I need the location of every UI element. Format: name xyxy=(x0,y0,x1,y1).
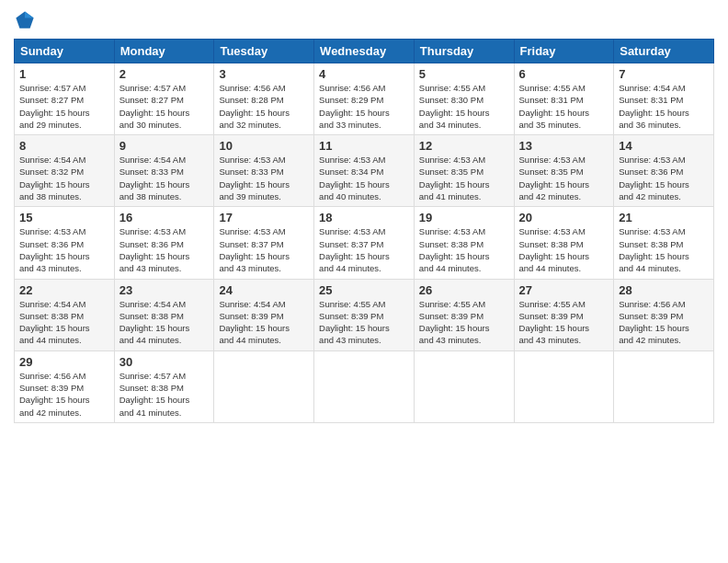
week-row-3: 15 Sunrise: 4:53 AM Sunset: 8:36 PM Dayl… xyxy=(15,207,714,279)
day-number: 20 xyxy=(519,211,609,224)
day-cell: 10 Sunrise: 4:53 AM Sunset: 8:33 PM Dayl… xyxy=(214,135,314,207)
day-info: Sunrise: 4:55 AM Sunset: 8:39 PM Dayligh… xyxy=(519,298,609,347)
day-cell: 18 Sunrise: 4:53 AM Sunset: 8:37 PM Dayl… xyxy=(314,207,415,279)
logo-icon xyxy=(14,9,36,31)
day-info: Sunrise: 4:53 AM Sunset: 8:38 PM Dayligh… xyxy=(619,225,709,274)
day-number: 21 xyxy=(619,211,709,224)
day-number: 19 xyxy=(419,211,509,224)
day-number: 30 xyxy=(119,355,210,369)
day-number: 28 xyxy=(619,283,709,297)
day-info: Sunrise: 4:53 AM Sunset: 8:36 PM Dayligh… xyxy=(619,154,709,202)
day-info: Sunrise: 4:54 AM Sunset: 8:33 PM Dayligh… xyxy=(119,154,210,202)
day-number: 13 xyxy=(519,139,609,153)
day-cell: 11 Sunrise: 4:53 AM Sunset: 8:34 PM Dayl… xyxy=(314,135,415,207)
day-cell: 13 Sunrise: 4:53 AM Sunset: 8:35 PM Dayl… xyxy=(514,135,614,207)
day-number: 26 xyxy=(419,283,509,297)
day-info: Sunrise: 4:54 AM Sunset: 8:38 PM Dayligh… xyxy=(119,298,210,347)
day-cell xyxy=(614,350,714,422)
day-number: 1 xyxy=(19,67,109,81)
day-number: 25 xyxy=(319,283,409,297)
day-info: Sunrise: 4:53 AM Sunset: 8:35 PM Dayligh… xyxy=(519,154,609,202)
day-number: 23 xyxy=(119,283,210,297)
column-header-thursday: Thursday xyxy=(414,40,514,63)
day-cell: 25 Sunrise: 4:55 AM Sunset: 8:39 PM Dayl… xyxy=(314,279,415,350)
day-number: 8 xyxy=(19,139,109,153)
column-header-sunday: Sunday xyxy=(15,40,115,63)
day-cell: 15 Sunrise: 4:53 AM Sunset: 8:36 PM Dayl… xyxy=(15,207,115,279)
day-cell: 2 Sunrise: 4:57 AM Sunset: 8:27 PM Dayli… xyxy=(114,63,214,135)
column-header-wednesday: Wednesday xyxy=(314,40,415,63)
day-cell: 16 Sunrise: 4:53 AM Sunset: 8:36 PM Dayl… xyxy=(114,207,214,279)
day-cell: 7 Sunrise: 4:54 AM Sunset: 8:31 PM Dayli… xyxy=(614,63,714,135)
day-number: 27 xyxy=(519,283,609,297)
day-info: Sunrise: 4:53 AM Sunset: 8:33 PM Dayligh… xyxy=(219,154,309,202)
column-header-monday: Monday xyxy=(114,40,214,63)
day-info: Sunrise: 4:53 AM Sunset: 8:36 PM Dayligh… xyxy=(119,225,210,274)
day-info: Sunrise: 4:56 AM Sunset: 8:29 PM Dayligh… xyxy=(319,82,409,131)
day-info: Sunrise: 4:54 AM Sunset: 8:38 PM Dayligh… xyxy=(19,298,109,347)
day-number: 16 xyxy=(119,211,210,224)
logo xyxy=(14,9,40,31)
day-info: Sunrise: 4:56 AM Sunset: 8:39 PM Dayligh… xyxy=(19,370,109,419)
day-number: 15 xyxy=(19,211,109,224)
day-cell: 28 Sunrise: 4:56 AM Sunset: 8:39 PM Dayl… xyxy=(614,279,714,350)
day-cell: 17 Sunrise: 4:53 AM Sunset: 8:37 PM Dayl… xyxy=(214,207,314,279)
day-number: 14 xyxy=(619,139,709,153)
day-number: 10 xyxy=(219,139,309,153)
day-info: Sunrise: 4:53 AM Sunset: 8:38 PM Dayligh… xyxy=(519,225,609,274)
svg-marker-1 xyxy=(25,11,34,17)
day-number: 7 xyxy=(619,67,709,81)
day-info: Sunrise: 4:56 AM Sunset: 8:39 PM Dayligh… xyxy=(619,298,709,347)
day-number: 4 xyxy=(319,67,409,81)
day-cell: 27 Sunrise: 4:55 AM Sunset: 8:39 PM Dayl… xyxy=(514,279,614,350)
day-cell: 4 Sunrise: 4:56 AM Sunset: 8:29 PM Dayli… xyxy=(314,63,415,135)
day-info: Sunrise: 4:54 AM Sunset: 8:39 PM Dayligh… xyxy=(219,298,309,347)
day-cell: 9 Sunrise: 4:54 AM Sunset: 8:33 PM Dayli… xyxy=(114,135,214,207)
day-cell xyxy=(414,350,514,422)
day-cell: 12 Sunrise: 4:53 AM Sunset: 8:35 PM Dayl… xyxy=(414,135,514,207)
day-info: Sunrise: 4:54 AM Sunset: 8:32 PM Dayligh… xyxy=(19,154,109,202)
week-row-5: 29 Sunrise: 4:56 AM Sunset: 8:39 PM Dayl… xyxy=(15,350,714,422)
day-info: Sunrise: 4:53 AM Sunset: 8:34 PM Dayligh… xyxy=(319,154,409,202)
day-cell: 26 Sunrise: 4:55 AM Sunset: 8:39 PM Dayl… xyxy=(414,279,514,350)
day-info: Sunrise: 4:53 AM Sunset: 8:38 PM Dayligh… xyxy=(419,225,509,274)
day-cell: 6 Sunrise: 4:55 AM Sunset: 8:31 PM Dayli… xyxy=(514,63,614,135)
header xyxy=(14,9,714,31)
day-number: 2 xyxy=(119,67,210,81)
day-info: Sunrise: 4:53 AM Sunset: 8:37 PM Dayligh… xyxy=(219,225,309,274)
day-cell: 3 Sunrise: 4:56 AM Sunset: 8:28 PM Dayli… xyxy=(214,63,314,135)
week-row-1: 1 Sunrise: 4:57 AM Sunset: 8:27 PM Dayli… xyxy=(15,63,714,135)
day-number: 11 xyxy=(319,139,409,153)
column-header-tuesday: Tuesday xyxy=(214,40,314,63)
day-info: Sunrise: 4:57 AM Sunset: 8:38 PM Dayligh… xyxy=(119,370,210,419)
calendar-table: SundayMondayTuesdayWednesdayThursdayFrid… xyxy=(14,39,714,423)
day-info: Sunrise: 4:57 AM Sunset: 8:27 PM Dayligh… xyxy=(19,82,109,131)
day-info: Sunrise: 4:55 AM Sunset: 8:39 PM Dayligh… xyxy=(319,298,409,347)
day-number: 24 xyxy=(219,283,309,297)
day-cell xyxy=(314,350,415,422)
day-number: 3 xyxy=(219,67,309,81)
day-cell xyxy=(514,350,614,422)
day-cell: 21 Sunrise: 4:53 AM Sunset: 8:38 PM Dayl… xyxy=(614,207,714,279)
day-info: Sunrise: 4:56 AM Sunset: 8:28 PM Dayligh… xyxy=(219,82,309,131)
day-cell: 14 Sunrise: 4:53 AM Sunset: 8:36 PM Dayl… xyxy=(614,135,714,207)
day-number: 17 xyxy=(219,211,309,224)
day-number: 9 xyxy=(119,139,210,153)
day-number: 29 xyxy=(19,355,109,369)
day-info: Sunrise: 4:55 AM Sunset: 8:30 PM Dayligh… xyxy=(419,82,509,131)
week-row-2: 8 Sunrise: 4:54 AM Sunset: 8:32 PM Dayli… xyxy=(15,135,714,207)
week-row-4: 22 Sunrise: 4:54 AM Sunset: 8:38 PM Dayl… xyxy=(15,279,714,350)
day-number: 22 xyxy=(19,283,109,297)
day-info: Sunrise: 4:54 AM Sunset: 8:31 PM Dayligh… xyxy=(619,82,709,131)
day-info: Sunrise: 4:55 AM Sunset: 8:39 PM Dayligh… xyxy=(419,298,509,347)
day-info: Sunrise: 4:53 AM Sunset: 8:36 PM Dayligh… xyxy=(19,225,109,274)
day-number: 18 xyxy=(319,211,409,224)
day-number: 6 xyxy=(519,67,609,81)
day-cell: 20 Sunrise: 4:53 AM Sunset: 8:38 PM Dayl… xyxy=(514,207,614,279)
day-cell: 23 Sunrise: 4:54 AM Sunset: 8:38 PM Dayl… xyxy=(114,279,214,350)
day-info: Sunrise: 4:53 AM Sunset: 8:35 PM Dayligh… xyxy=(419,154,509,202)
day-info: Sunrise: 4:57 AM Sunset: 8:27 PM Dayligh… xyxy=(119,82,210,131)
day-info: Sunrise: 4:53 AM Sunset: 8:37 PM Dayligh… xyxy=(319,225,409,274)
day-cell: 8 Sunrise: 4:54 AM Sunset: 8:32 PM Dayli… xyxy=(15,135,115,207)
day-cell xyxy=(214,350,314,422)
